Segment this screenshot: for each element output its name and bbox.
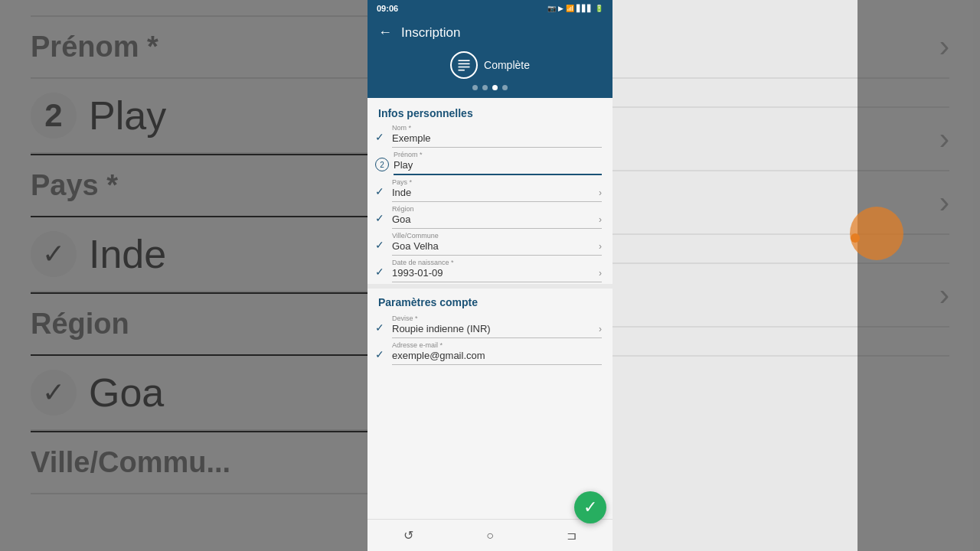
email-value: exemple@gmail.com	[392, 350, 602, 361]
region-dropdown[interactable]: Région Goa ›	[392, 205, 602, 229]
ville-check-icon: ✓	[375, 239, 387, 256]
status-time: 09:06	[377, 4, 398, 13]
devise-check-icon: ✓	[375, 321, 387, 338]
status-bar: 09:06 📷 ▶ 📶 ▋▋▋ 🔋	[368, 0, 612, 17]
pays-field[interactable]: ✓ Pays * Inde ›	[368, 178, 612, 202]
prenom-number-badge: 2	[375, 158, 389, 171]
nav-home-button[interactable]: ○	[486, 529, 494, 543]
region-field[interactable]: ✓ Région Goa ›	[368, 205, 612, 229]
devise-dropdown[interactable]: Devise * Roupie indienne (INR) ›	[392, 315, 602, 338]
region-check-icon: ✓	[375, 212, 387, 229]
email-field[interactable]: ✓ Adresse e-mail * exemple@gmail.com	[368, 341, 612, 365]
date-chevron-icon: ›	[599, 268, 602, 279]
dot-2	[482, 85, 488, 90]
app-header: ← Inscription	[368, 17, 612, 45]
right-overlay	[858, 0, 980, 551]
date-label: Date de naissance *	[392, 259, 602, 266]
svg-rect-2	[459, 67, 470, 68]
devise-field[interactable]: ✓ Devise * Roupie indienne (INR) ›	[368, 315, 612, 338]
region-chevron-icon: ›	[599, 214, 602, 225]
orange-circle	[850, 207, 903, 260]
prenom-value: Play	[394, 159, 602, 171]
step-icon-container: Complète	[450, 51, 530, 79]
svg-rect-1	[459, 64, 470, 65]
region-value: Goa ›	[392, 214, 602, 225]
email-input[interactable]: Adresse e-mail * exemple@gmail.com	[392, 341, 602, 365]
header-title: Inscription	[401, 25, 460, 41]
date-field[interactable]: ✓ Date de naissance * 1993-01-09 ›	[368, 259, 612, 282]
step-icon	[450, 51, 478, 79]
dots-row	[472, 85, 508, 90]
nom-value: Exemple	[392, 132, 602, 144]
email-check-icon: ✓	[375, 348, 387, 365]
date-check-icon: ✓	[375, 266, 387, 282]
nom-check-icon: ✓	[375, 131, 387, 148]
section-personal-info: Infos personnelles	[368, 98, 612, 124]
section-params: Paramètres compte	[368, 289, 612, 313]
dot-4	[502, 85, 508, 90]
nom-field[interactable]: ✓ Nom * Exemple	[368, 124, 612, 148]
fab-confirm-button[interactable]: ✓	[574, 491, 606, 523]
region-label: Région	[392, 205, 602, 213]
list-icon	[456, 57, 472, 73]
signal-icon: ▋▋▋	[577, 5, 593, 12]
ville-chevron-icon: ›	[599, 241, 602, 252]
bottom-nav: ↺ ○ ⊐	[368, 519, 612, 551]
prenom-input[interactable]: Prénom * Play	[394, 151, 602, 175]
dot-3-active	[492, 85, 498, 90]
orange-dot-indicator	[851, 233, 860, 243]
status-icons: 📷 ▶ 📶 ▋▋▋ 🔋	[547, 5, 603, 12]
fab-check-icon: ✓	[583, 497, 597, 517]
devise-chevron-icon: ›	[599, 324, 602, 334]
svg-rect-0	[459, 60, 470, 61]
nav-recent-button[interactable]: ⊐	[567, 528, 577, 543]
date-value: 1993-01-09 ›	[392, 267, 602, 279]
video-icon: ▶	[558, 5, 564, 12]
prenom-label: Prénom *	[394, 151, 602, 158]
nav-back-button[interactable]: ↺	[403, 528, 413, 543]
back-button[interactable]: ←	[378, 24, 392, 41]
ville-field[interactable]: ✓ Ville/Commune Goa Velha ›	[368, 232, 612, 256]
pays-check-icon: ✓	[375, 185, 387, 202]
left-overlay	[0, 0, 368, 551]
prenom-field[interactable]: 2 Prénom * Play	[368, 151, 612, 175]
email-label: Adresse e-mail *	[392, 341, 602, 349]
ville-label: Ville/Commune	[392, 232, 602, 240]
nom-input[interactable]: Nom * Exemple	[392, 124, 602, 148]
svg-rect-3	[459, 70, 465, 71]
step-area: Complète	[368, 45, 612, 98]
phone-container: 09:06 📷 ▶ 📶 ▋▋▋ 🔋 ← Inscription Complète	[368, 0, 612, 551]
pays-chevron-icon: ›	[599, 187, 602, 198]
date-dropdown[interactable]: Date de naissance * 1993-01-09 ›	[392, 259, 602, 282]
battery-icon: 🔋	[595, 5, 603, 12]
wifi-icon: 📶	[566, 5, 574, 12]
pays-value: Inde ›	[392, 187, 602, 198]
nom-label: Nom *	[392, 124, 602, 132]
ville-dropdown[interactable]: Ville/Commune Goa Velha ›	[392, 232, 602, 256]
devise-label: Devise *	[392, 315, 602, 322]
devise-value: Roupie indienne (INR) ›	[392, 323, 602, 334]
ville-value: Goa Velha ›	[392, 240, 602, 252]
pays-label: Pays *	[392, 178, 602, 186]
dot-1	[472, 85, 478, 90]
form-content: Infos personnelles ✓ Nom * Exemple 2 Pré…	[368, 98, 612, 519]
camera-icon: 📷	[547, 5, 556, 12]
pays-dropdown[interactable]: Pays * Inde ›	[392, 178, 602, 202]
step-label: Complète	[484, 59, 530, 71]
